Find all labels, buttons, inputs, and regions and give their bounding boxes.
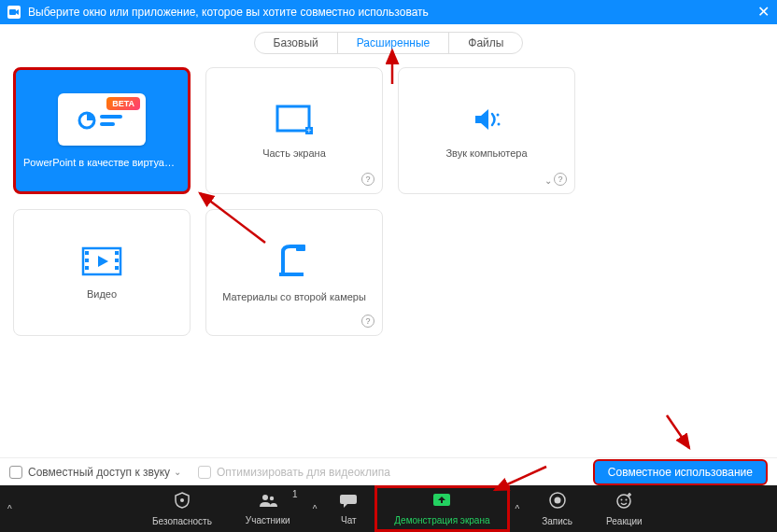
share-audio-checkbox[interactable] [9,466,22,479]
svg-point-26 [621,499,623,501]
caret-up-icon[interactable]: ^ [510,504,526,514]
svg-rect-10 [85,251,89,255]
beta-badge: BETA [106,97,140,110]
optimize-label: Оптимизировать для видеоклипа [217,466,390,479]
card-label: PowerPoint в качестве виртуального ... [18,157,186,168]
caret-up-icon[interactable]: ^ [307,504,323,514]
chevron-down-icon[interactable]: ⌄ [544,175,552,186]
film-icon [80,245,123,277]
chevron-down-icon[interactable]: ⌄ [174,467,181,477]
shield-icon [173,491,191,514]
screen-portion-icon: + [274,103,315,136]
titlebar-title: Выберите окно или приложение, которое вы… [28,6,429,19]
app-icon [7,6,21,19]
participants-count: 1 [292,489,298,499]
close-icon[interactable]: ✕ [757,5,770,20]
tab-advanced[interactable]: Расширенные [338,33,450,53]
toolbar-label: Запись [542,516,572,526]
people-icon [258,492,278,513]
help-icon[interactable]: ? [361,315,374,328]
help-icon[interactable]: ? [361,173,374,186]
tab-files[interactable]: Файлы [449,33,522,53]
svg-rect-12 [85,266,89,270]
toolbar-chat[interactable]: Чат [322,485,374,532]
svg-rect-15 [115,266,119,270]
toolbar-label: Реакции [606,516,643,526]
titlebar: Выберите окно или приложение, которое вы… [0,0,777,24]
card-powerpoint-virtual-bg[interactable]: BETA PowerPoint в качестве виртуального … [13,67,191,194]
card-label: Видео [81,288,122,300]
options-grid: BETA PowerPoint в качестве виртуального … [0,54,777,336]
card-label: Материалы со второй камеры [217,291,372,302]
svg-text:+: + [306,126,311,135]
share-button[interactable]: Совместное использование [593,459,768,485]
toolbar-label: Чат [341,515,357,525]
card-portion-of-screen[interactable]: + Часть экрана ? [205,67,383,194]
optimize-checkbox[interactable] [198,466,211,479]
toolbar-label: Безопасность [152,516,212,526]
footer-options: Совместный доступ к звуку ⌄ Оптимизирова… [0,457,777,485]
svg-rect-2 [100,115,122,119]
svg-point-25 [617,495,630,508]
svg-rect-18 [296,245,305,251]
document-camera-icon [274,243,315,280]
tab-basic[interactable]: Базовый [255,33,338,53]
tab-pill: Базовый Расширенные Файлы [254,32,524,54]
toolbar-reactions[interactable]: Реакции [589,485,659,532]
toolbar-participants[interactable]: 1 Участники [229,485,307,532]
svg-rect-11 [85,259,89,262]
svg-rect-0 [9,9,16,15]
toolbar-record[interactable]: Запись [525,485,589,532]
share-audio-label: Совместный доступ к звуку [28,466,170,479]
toolbar-security[interactable]: Безопасность [135,485,229,532]
svg-rect-3 [100,122,115,126]
card-second-camera[interactable]: Материалы со второй камеры ? [205,209,383,336]
chat-icon [339,492,358,513]
svg-point-19 [180,498,184,502]
smile-plus-icon [615,491,633,514]
svg-line-31 [667,415,689,448]
share-screen-icon [431,492,452,513]
caret-up-icon[interactable]: ^ [0,504,18,514]
speaker-icon [468,103,505,136]
record-icon [548,491,567,514]
tabs: Базовый Расширенные Файлы [0,32,777,54]
svg-point-20 [262,495,268,500]
svg-point-24 [554,497,560,504]
help-icon[interactable]: ? [554,173,567,186]
svg-rect-17 [281,252,285,274]
meeting-toolbar: ^ Безопасность 1 Участники ^ Чат Демонст… [0,485,777,532]
toolbar-share-screen[interactable]: Демонстрация экрана [374,485,509,532]
card-label: Часть экрана [257,147,332,159]
svg-point-8 [498,123,501,126]
card-video[interactable]: Видео [13,209,191,336]
svg-rect-13 [115,251,119,255]
card-computer-sound[interactable]: Звук компьютера ⌄ ? [398,67,575,194]
svg-point-21 [270,497,274,500]
svg-point-27 [626,499,628,501]
card-label: Звук компьютера [440,147,532,159]
svg-rect-14 [115,259,119,262]
toolbar-label: Участники [246,515,290,525]
svg-rect-4 [277,106,309,131]
svg-point-7 [497,114,500,117]
toolbar-label: Демонстрация экрана [394,515,489,525]
card-preview: BETA [58,93,146,146]
